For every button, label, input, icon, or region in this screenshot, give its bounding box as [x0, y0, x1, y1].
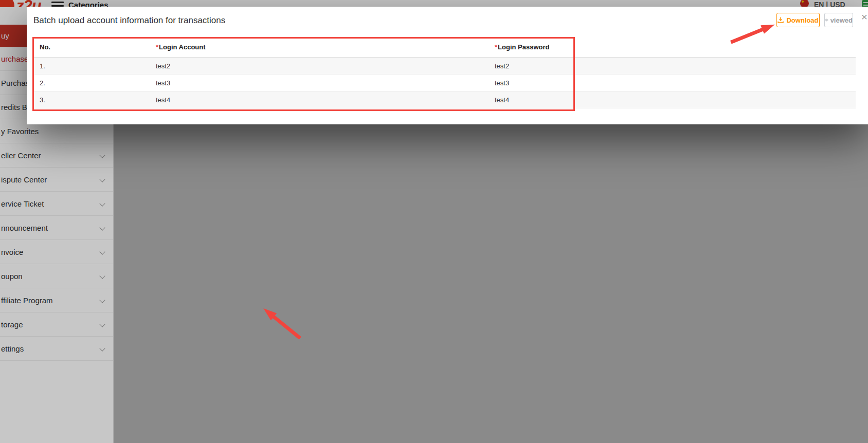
download-icon [777, 17, 784, 23]
required-mark: * [156, 43, 158, 51]
login-account-cell: test2 [156, 62, 495, 70]
table-row: 1. test2 test2 [33, 58, 856, 75]
viewed-button[interactable]: viewed [824, 13, 853, 27]
login-password-cell: test4 [495, 96, 856, 104]
table-row: 2. test3 test3 [33, 75, 856, 91]
column-header-no: No. [33, 43, 156, 51]
row-number: 3. [33, 96, 156, 104]
screen: z2u Categories EN | USD uy urchase Purch… [0, 0, 868, 443]
table-header-row: No. *Login Account *Login Password [33, 37, 856, 58]
login-password-cell: test2 [495, 62, 856, 70]
login-password-cell: test3 [495, 79, 856, 87]
download-label: Download [786, 16, 818, 24]
row-number: 2. [33, 79, 156, 87]
login-account-cell: test4 [156, 96, 495, 104]
login-account-cell: test3 [156, 79, 495, 87]
close-icon[interactable]: × [858, 11, 868, 23]
download-button[interactable]: Download [776, 13, 820, 27]
row-number: 1. [33, 62, 156, 70]
column-header-login-password: *Login Password [495, 43, 856, 51]
eye-icon [825, 17, 828, 23]
column-header-login-account: *Login Account [156, 43, 495, 51]
viewed-label: viewed [830, 16, 853, 24]
modal-title: Batch upload account information for tra… [33, 15, 225, 26]
batch-upload-modal: Batch upload account information for tra… [27, 7, 868, 124]
accounts-table: No. *Login Account *Login Password 1. te… [33, 37, 856, 108]
required-mark: * [495, 43, 497, 51]
table-row: 3. test4 test4 [33, 91, 856, 108]
